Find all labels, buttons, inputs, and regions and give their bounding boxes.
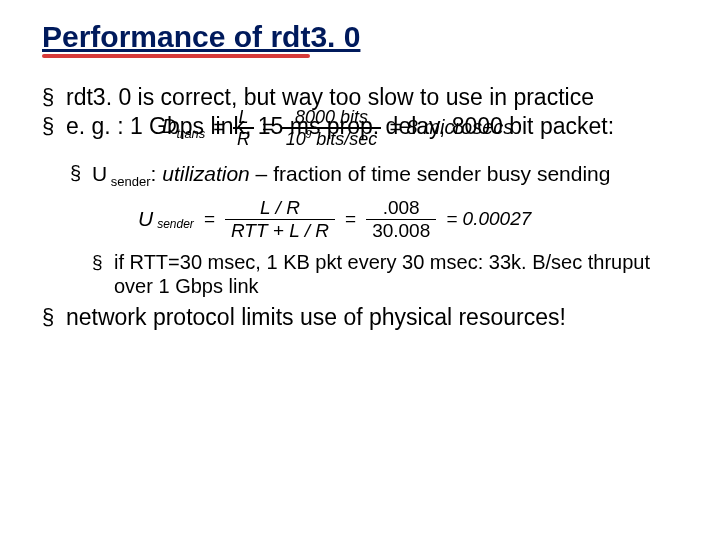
frac-num-bits: 8000 bits	[291, 108, 372, 126]
sub-bullet-list-2: if RTT=30 msec, 1 KB pkt every 30 msec: …	[42, 251, 684, 298]
subsub-bullet-rtt: if RTT=30 msec, 1 KB pkt every 30 msec: …	[92, 251, 684, 298]
equals-1: =	[213, 116, 225, 139]
bullet-3: network protocol limits use of physical …	[42, 304, 684, 331]
frac-den-30008: 30.008	[366, 220, 436, 241]
formula-usender-lhs: U sender	[138, 207, 194, 231]
sub-bullet-list: U sender: utilization – fraction of time…	[42, 162, 684, 190]
frac-den-RTT: RTT + L / R	[225, 220, 335, 241]
slide: Performance of rdt3. 0 rdt3. 0 is correc…	[0, 0, 720, 540]
formula-dtrans: Dtrans = L R = 8000 bits 109 bits/sec = …	[162, 108, 513, 147]
symbol-U-sub: sender	[107, 174, 150, 189]
equals-4: =	[345, 208, 356, 230]
symbol-D: Dtrans	[162, 115, 205, 141]
frac-num-LR: L / R	[254, 198, 306, 219]
fraction-LR-RTT: L / R RTT + L / R	[225, 198, 335, 241]
fraction-values: .008 30.008	[366, 198, 436, 241]
result-8us: = 8 microsecs	[389, 116, 513, 139]
usender-rest: – fraction of time sender busy sending	[250, 162, 611, 185]
fraction-bits: 8000 bits 109 bits/sec	[282, 108, 382, 147]
word-utilization: utilization	[162, 162, 250, 185]
symbol-U2: U	[138, 207, 153, 231]
equals-3: =	[204, 208, 215, 230]
slide-title: Performance of rdt3. 0	[42, 20, 684, 54]
title-underline-accent	[42, 54, 310, 58]
frac-den-R: R	[233, 130, 254, 148]
frac-num-L: L	[235, 108, 253, 126]
frac-den-rate: 109 bits/sec	[282, 130, 382, 148]
subsub-list: if RTT=30 msec, 1 KB pkt every 30 msec: …	[70, 251, 684, 298]
sub-bullet-usender: U sender: utilization – fraction of time…	[70, 162, 684, 190]
formula-usender: U sender = L / R RTT + L / R = .008 30.0…	[138, 198, 684, 241]
symbol-U: U	[92, 162, 107, 185]
colon: :	[151, 162, 163, 185]
frac-num-008: .008	[377, 198, 426, 219]
fraction-L-R: L R	[233, 108, 254, 147]
bullet-list-2: network protocol limits use of physical …	[42, 304, 684, 331]
symbol-U2-sub: sender	[157, 217, 194, 231]
result-00027: = 0.00027	[446, 208, 531, 230]
equals-2: =	[262, 116, 274, 139]
